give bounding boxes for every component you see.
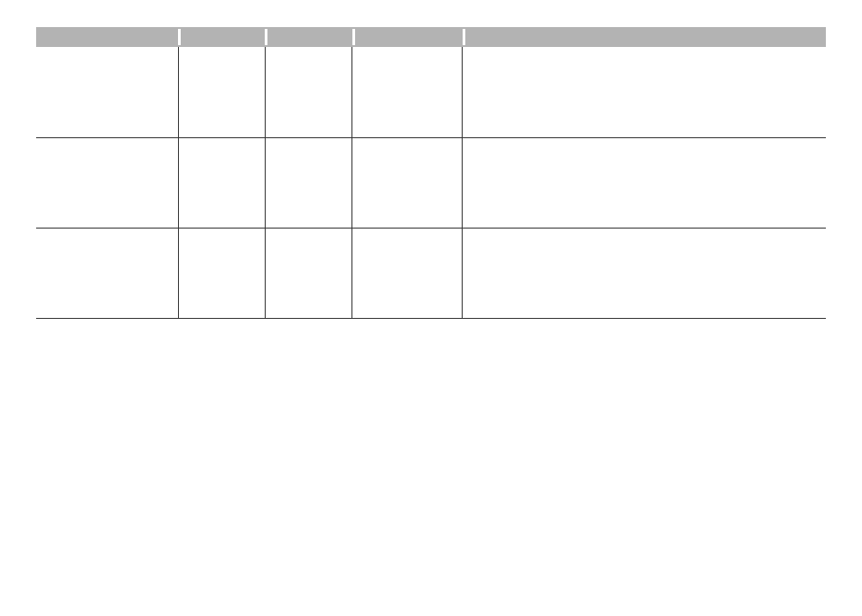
table-header-row: [36, 27, 826, 47]
table-cell: [463, 47, 826, 137]
table-cell: [352, 137, 463, 228]
table-row: [36, 47, 826, 137]
table-cell: [463, 137, 826, 228]
table-row: [36, 137, 826, 228]
table-cell: [178, 137, 265, 228]
table-cell: [36, 228, 178, 318]
table-cell: [36, 47, 178, 137]
table-cell: [352, 47, 463, 137]
table-header-cell: [463, 27, 826, 47]
table-cell: [265, 228, 351, 318]
table-row: [36, 228, 826, 318]
data-table: [36, 27, 826, 319]
table-cell: [36, 137, 178, 228]
table-header-cell: [36, 27, 178, 47]
table-cell: [265, 47, 351, 137]
table-cell: [352, 228, 463, 318]
table-cell: [178, 47, 265, 137]
table-header-cell: [352, 27, 463, 47]
table-cell: [265, 137, 351, 228]
table-header-cell: [265, 27, 351, 47]
table-cell: [178, 228, 265, 318]
table-header-cell: [178, 27, 265, 47]
table-cell: [463, 228, 826, 318]
